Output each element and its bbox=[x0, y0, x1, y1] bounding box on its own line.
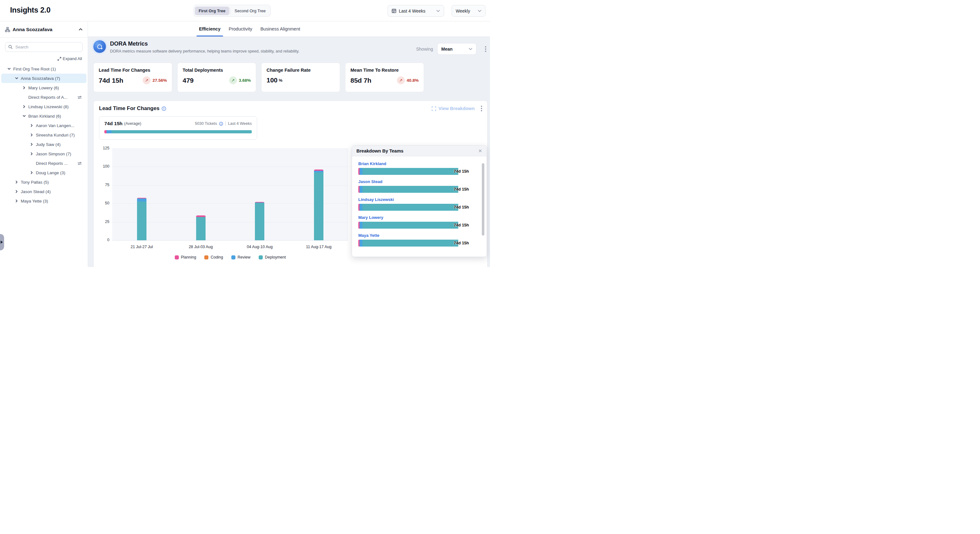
stacked-bar-21-jul-27-jul[interactable] bbox=[137, 198, 146, 240]
tab-efficiency[interactable]: Efficiency bbox=[199, 21, 221, 37]
team-name-link[interactable]: Mary Lowery bbox=[358, 215, 469, 220]
deployment-segment bbox=[363, 168, 458, 175]
breakdown-row-mary-lowery: Mary Lowery74d 15h bbox=[358, 215, 469, 229]
tree-item-label: Judy Saw (4) bbox=[36, 142, 86, 147]
stacked-bar-04-aug-10-aug[interactable] bbox=[255, 202, 264, 240]
tree-item-brian-kirkland-6[interactable]: Brian Kirkland (6) bbox=[1, 111, 86, 121]
filter-sliders-icon[interactable] bbox=[77, 95, 82, 100]
tree-item-jason-simpson-7[interactable]: Jason Simpson (7) bbox=[1, 149, 86, 158]
tree-item-sireesha-kunduri-7[interactable]: Sireesha Kunduri (7) bbox=[1, 130, 86, 140]
close-icon[interactable]: ✕ bbox=[478, 148, 482, 153]
chevron-right-icon[interactable] bbox=[30, 171, 34, 175]
breakdown-row-brian-kirkland: Brian Kirkland74d 15h bbox=[358, 161, 469, 175]
chevron-right-icon[interactable] bbox=[14, 199, 19, 203]
legend-label: Planning bbox=[181, 255, 196, 260]
legend-item-deployment[interactable]: Deployment bbox=[259, 255, 286, 260]
tree-item-lindsay-liszewski-8[interactable]: Lindsay Liszewski (8) bbox=[1, 102, 86, 111]
tree-item-label: Mary Lowery (6) bbox=[28, 86, 86, 90]
org-tree: First Org Tree Root (1)Anna Scozzafava (… bbox=[0, 63, 88, 207]
org-tree-toggle[interactable]: First Org TreeSecond Org Tree bbox=[194, 5, 270, 17]
breakdown-row-jason-stead: Jason Stead74d 15h bbox=[358, 179, 469, 193]
tree-item-direct-reports[interactable]: Direct Reports ... bbox=[1, 158, 86, 168]
lead-time-chart bbox=[112, 148, 348, 240]
metric-cards-row: Lead Time For Changes74d 15h↗27.56%Total… bbox=[93, 62, 424, 92]
y-axis-tick-label: 75 bbox=[96, 183, 110, 187]
metric-card-title: Total Deployments bbox=[183, 68, 251, 73]
showing-value: Mean bbox=[441, 46, 453, 52]
chevron-right-icon[interactable] bbox=[30, 123, 34, 128]
x-axis-tick-label: 28 Jul-03 Aug bbox=[171, 245, 231, 249]
tree-item-jason-stead-4[interactable]: Jason Stead (4) bbox=[1, 187, 86, 196]
deployment-segment bbox=[363, 204, 458, 211]
filter-sliders-icon[interactable] bbox=[77, 161, 82, 166]
stacked-bar-28-jul-03-aug[interactable] bbox=[196, 215, 205, 240]
team-name-link[interactable]: Jason Stead bbox=[358, 179, 469, 184]
stacked-bar-11-aug-17-aug[interactable] bbox=[314, 169, 323, 240]
deployment-segment bbox=[363, 222, 458, 229]
caret-spacer bbox=[22, 95, 26, 99]
chevron-down-icon bbox=[478, 10, 482, 12]
tree-item-maya-yette-3[interactable]: Maya Yette (3) bbox=[1, 196, 86, 206]
lead-time-menu-button[interactable] bbox=[481, 106, 482, 111]
sidebar-header[interactable]: Anna Scozzafava bbox=[0, 21, 88, 38]
chevron-right-icon[interactable] bbox=[22, 104, 26, 109]
legend-item-review[interactable]: Review bbox=[231, 255, 250, 260]
legend-label: Coding bbox=[211, 255, 223, 260]
team-name-link[interactable]: Maya Yette bbox=[358, 233, 469, 238]
y-axis-tick-label: 100 bbox=[96, 164, 110, 169]
granularity-select[interactable]: Weekly bbox=[452, 5, 485, 17]
team-name-link[interactable]: Brian Kirkland bbox=[358, 161, 469, 166]
team-name-link[interactable]: Lindsay Liszewski bbox=[358, 197, 469, 202]
trend-delta-value: 3.68% bbox=[239, 78, 251, 83]
tab-productivity[interactable]: Productivity bbox=[229, 21, 252, 37]
bar-slot bbox=[231, 148, 290, 240]
org-toggle-option[interactable]: First Org Tree bbox=[195, 6, 229, 15]
chevron-down-icon[interactable] bbox=[14, 76, 19, 81]
info-icon[interactable] bbox=[219, 122, 223, 126]
tree-item-direct-reports-of-a[interactable]: Direct Reports of A... bbox=[1, 92, 86, 102]
legend-swatch bbox=[204, 255, 208, 260]
tree-item-first-org-tree-root-1[interactable]: First Org Tree Root (1) bbox=[1, 64, 86, 73]
dora-menu-button[interactable] bbox=[485, 46, 486, 52]
date-range-select[interactable]: Last 4 Weeks bbox=[388, 5, 444, 17]
chevron-right-icon[interactable] bbox=[30, 151, 34, 156]
chevron-right-icon[interactable] bbox=[30, 133, 34, 137]
planning-segment bbox=[104, 130, 107, 133]
showing-select[interactable]: Mean bbox=[437, 43, 476, 55]
legend-item-planning[interactable]: Planning bbox=[175, 255, 196, 260]
tab-business-alignment[interactable]: Business Alignment bbox=[260, 21, 300, 37]
tree-item-doug-lange-3[interactable]: Doug Lange (3) bbox=[1, 168, 86, 177]
tree-item-label: First Org Tree Root (1) bbox=[13, 67, 86, 72]
tree-item-anna-scozzafava-7[interactable]: Anna Scozzafava (7) bbox=[1, 73, 86, 83]
info-icon[interactable] bbox=[162, 106, 166, 111]
tree-item-aaron-van-langen[interactable]: Aaron Van Langen... bbox=[1, 121, 86, 130]
org-chart-icon bbox=[5, 27, 10, 32]
chevron-down-icon[interactable] bbox=[7, 67, 11, 71]
breakdown-panel-title: Breakdown By Teams bbox=[356, 148, 404, 153]
review-segment bbox=[137, 198, 146, 202]
y-axis-tick-label: 125 bbox=[96, 146, 110, 150]
org-toggle-option[interactable]: Second Org Tree bbox=[231, 6, 269, 15]
tree-item-judy-saw-4[interactable]: Judy Saw (4) bbox=[1, 140, 86, 149]
chevron-right-icon[interactable] bbox=[14, 180, 19, 184]
date-range-value: Last 4 Weeks bbox=[399, 8, 426, 14]
search-input[interactable] bbox=[5, 42, 83, 52]
tree-item-tony-pallas-5[interactable]: Tony Pallas (5) bbox=[1, 177, 86, 187]
deployment-segment bbox=[363, 186, 458, 193]
trend-badge: ↗27.56% bbox=[143, 77, 167, 84]
chevron-up-icon[interactable] bbox=[79, 28, 83, 31]
team-phase-bar: 74d 15h bbox=[358, 240, 469, 247]
legend-item-coding[interactable]: Coding bbox=[204, 255, 223, 260]
view-breakdown-button[interactable]: View Breakdown bbox=[431, 106, 475, 111]
tree-item-mary-lowery-6[interactable]: Mary Lowery (6) bbox=[1, 83, 86, 92]
chevron-right-icon[interactable] bbox=[22, 86, 26, 90]
bar-slot bbox=[289, 148, 348, 240]
chevron-right-icon[interactable] bbox=[14, 189, 19, 194]
chevron-right-icon[interactable] bbox=[30, 142, 34, 147]
expand-all-button[interactable]: Expand All bbox=[0, 52, 88, 63]
panel-scrollbar-thumb[interactable] bbox=[482, 163, 484, 236]
breakdown-row-maya-yette: Maya Yette74d 15h bbox=[358, 233, 469, 247]
sidebar-collapse-handle[interactable] bbox=[0, 234, 4, 250]
chevron-down-icon[interactable] bbox=[22, 114, 26, 118]
dora-title: DORA Metrics bbox=[110, 41, 299, 47]
